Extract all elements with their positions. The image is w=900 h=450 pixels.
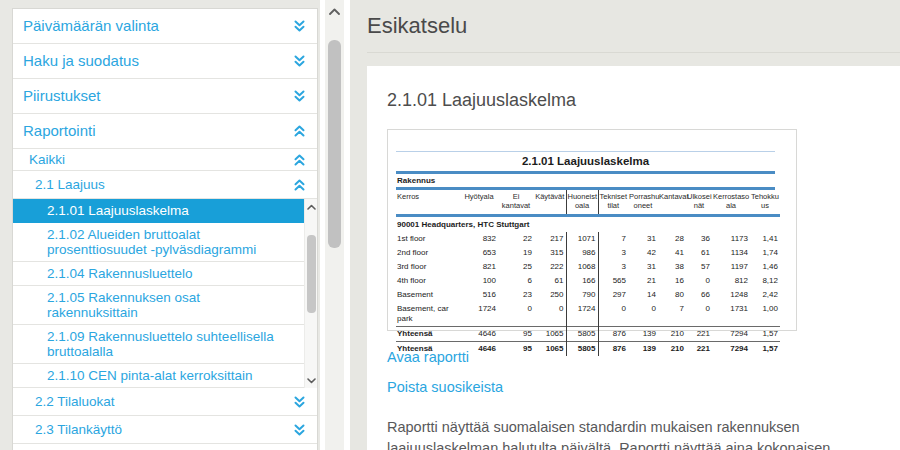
preview-cell: 21 [628, 274, 658, 288]
preview-cell: 100 [460, 274, 498, 288]
page-scrollbar-thumb[interactable] [328, 40, 341, 248]
preview-cell: 14 [628, 288, 658, 302]
sidebar-item-label: Piirustukset [23, 88, 101, 104]
sidebar-item-2-1-01-laajuuslaskelma[interactable]: 2.1.01 Laajuuslaskelma [13, 199, 304, 223]
sidebar-item-2-1-laajuus[interactable]: 2.1 Laajuus [13, 171, 317, 199]
preview-cell: 1724 [460, 302, 498, 327]
preview-cell: 4th floor [396, 274, 460, 288]
preview-cell: 28 [658, 232, 686, 246]
preview-cell: 7 [598, 232, 628, 246]
preview-report-title: 2.1.01 Laajuuslaskelma [396, 152, 775, 171]
page-title: Esikatselu [367, 13, 900, 39]
preview-cell: 0 [686, 302, 712, 327]
preview-cell: 3rd floor [396, 260, 460, 274]
preview-cell: 0 [534, 302, 566, 327]
preview-cell: 95 [498, 326, 534, 341]
scroll-up-icon[interactable] [305, 199, 317, 214]
sidebar-item-2-3-tilank-ytt[interactable]: 2.3 Tilankäyttö [13, 416, 317, 444]
sidebar-item-raportointi[interactable]: Raportointi [13, 114, 317, 149]
preview-column-header: Ulkosei nät [686, 190, 712, 215]
preview-cell: 210 [658, 326, 686, 341]
preview-cell: 6 [498, 274, 534, 288]
preview-cell: 0 [686, 274, 712, 288]
preview-data-row: 1st floor832222171071731283611731,41 [396, 232, 780, 246]
preview-column-header: Huoneist oala [566, 190, 598, 215]
sidebar-item-label: 2.1.02 Alueiden bruttoalat prosenttiosuu… [47, 227, 292, 257]
preview-data-row: Basement, car park1724001724007017311,00 [396, 302, 780, 327]
report-heading: 2.1.01 Laajuuslaskelma [387, 90, 876, 111]
preview-cell: 221 [686, 326, 712, 341]
preview-column-header: Porrashu oneet [628, 190, 658, 215]
submenu-scrollbar[interactable] [304, 199, 317, 388]
report-description: Raportti näyttää suomalaisen standardin … [387, 417, 876, 450]
preview-column-header: Tehokku us [750, 190, 780, 215]
preview-section-label: Rakennus [396, 174, 775, 187]
preview-cell: 250 [534, 288, 566, 302]
preview-data-row: Basement5162325079029714806612482,42 [396, 288, 780, 302]
preview-data-row: 2nd floor65319315986342416111341,74 [396, 246, 780, 260]
sidebar-panel: Päivämäärän valintaHaku ja suodatusPiiru… [12, 8, 318, 450]
sidebar-item-2-1-10-cen-pinta-alat-kerroksittain[interactable]: 2.1.10 CEN pinta-alat kerroksittain [13, 364, 304, 388]
preview-cell: 516 [460, 288, 498, 302]
open-report-link[interactable]: Avaa raportti [387, 349, 876, 365]
preview-cell: 1071 [566, 232, 598, 246]
title-divider [367, 52, 900, 53]
sidebar-item-p-iv-m-r-n-valinta[interactable]: Päivämäärän valinta [13, 9, 317, 44]
preview-cell: 1068 [566, 260, 598, 274]
report-preview-thumbnail[interactable]: 2.1.01 Laajuuslaskelma Rakennus KerrosHy… [387, 129, 797, 331]
sidebar-item-2-1-04-rakennusluettelo[interactable]: 2.1.04 Rakennusluettelo [13, 262, 304, 286]
sidebar-item-2-4-henkil-t[interactable]: 2.4 Henkilöt [13, 444, 317, 450]
preview-cell: 1,46 [750, 260, 780, 274]
preview-cell: 7294 [712, 326, 750, 341]
sidebar-item-label: 2.1.10 CEN pinta-alat kerroksittain [47, 368, 253, 383]
sidebar: Päivämäärän valintaHaku ja suodatusPiiru… [0, 0, 320, 450]
preview-cell: 297 [598, 288, 628, 302]
preview-cell: 986 [566, 246, 598, 260]
sidebar-item-2-2-tilaluokat[interactable]: 2.2 Tilaluokat [13, 388, 317, 416]
chevron-double-up-icon [294, 179, 305, 191]
sidebar-item-label: 2.1.04 Rakennusluettelo [47, 266, 193, 281]
sidebar-item-2-1-02-alueiden-bruttoalat-prosenttiosuudet-pylv-sdiagrammi[interactable]: 2.1.02 Alueiden bruttoalat prosenttiosuu… [13, 223, 304, 262]
main-content: Esikatselu 2.1.01 Laajuuslaskelma 2.1.01… [350, 0, 900, 450]
remove-favorite-link[interactable]: Poista suosikeista [387, 379, 876, 395]
preview-cell: 38 [658, 260, 686, 274]
chevron-double-down-icon [294, 20, 305, 32]
preview-cell: 80 [658, 288, 686, 302]
preview-cell: 1,41 [750, 232, 780, 246]
scroll-up-icon[interactable] [325, 0, 344, 22]
preview-cell: 16 [658, 274, 686, 288]
preview-group-row: 90001 Headquarters, HTC Stuttgart [396, 215, 780, 232]
sidebar-item-label: Kaikki [29, 152, 65, 167]
sidebar-section-bottom: 2.2 Tilaluokat2.3 Tilankäyttö2.4 Henkilö… [13, 388, 317, 450]
preview-cell: 315 [534, 246, 566, 260]
preview-cell: 1,00 [750, 302, 780, 327]
preview-cell: 166 [566, 274, 598, 288]
preview-cell: 222 [534, 260, 566, 274]
preview-cell: 832 [460, 232, 498, 246]
sidebar-item-haku-ja-suodatus[interactable]: Haku ja suodatus [13, 44, 317, 79]
page-scrollbar[interactable] [320, 0, 350, 450]
sidebar-item-kaikki[interactable]: Kaikki [13, 149, 317, 171]
preview-card: 2.1.01 Laajuuslaskelma 2.1.01 Laajuuslas… [367, 66, 900, 450]
preview-cell: 812 [712, 274, 750, 288]
sidebar-item-label: 2.1.09 Rakennusluettelo suhteellisella b… [47, 329, 292, 359]
chevron-double-up-icon [294, 154, 305, 166]
preview-data-row: 4th floor100661166565211608128,12 [396, 274, 780, 288]
preview-cell: 61 [534, 274, 566, 288]
report-preview-content: 2.1.01 Laajuuslaskelma Rakennus KerrosHy… [396, 151, 775, 356]
preview-cell: 7 [658, 302, 686, 327]
preview-cell: 139 [628, 326, 658, 341]
sidebar-item-2-1-05-rakennuksen-osat-rakennuksittain[interactable]: 2.1.05 Rakennuksen osat rakennuksittain [13, 286, 304, 325]
page-scrollbar-track[interactable] [325, 0, 344, 450]
sidebar-item-label: 2.2 Tilaluokat [35, 394, 115, 409]
sidebar-item-2-1-09-rakennusluettelo-suhteellisella-bruttoalalla[interactable]: 2.1.09 Rakennusluettelo suhteellisella b… [13, 325, 304, 364]
scroll-down-icon[interactable] [305, 373, 317, 388]
chevron-double-down-icon [294, 424, 305, 436]
preview-cell: 0 [598, 302, 628, 327]
preview-column-header: Käytävät [534, 190, 566, 215]
submenu-scrollbar-thumb[interactable] [307, 235, 316, 313]
preview-cell: 57 [686, 260, 712, 274]
sidebar-item-piirustukset[interactable]: Piirustukset [13, 79, 317, 114]
preview-cell: 4646 [460, 326, 498, 341]
preview-cell: 3 [598, 260, 628, 274]
